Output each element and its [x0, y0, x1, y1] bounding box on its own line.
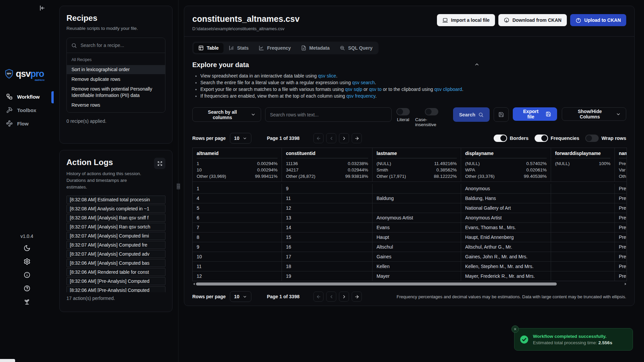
qsv-command-link[interactable]: qsv clipboard: [434, 87, 462, 92]
search-column-select[interactable]: Search by all columns: [192, 107, 261, 122]
recipe-item[interactable]: Remove rows with potential Personally Id…: [67, 85, 165, 100]
frequencies-toggle[interactable]: [535, 135, 548, 142]
literal-toggle[interactable]: [396, 108, 410, 115]
recipe-item[interactable]: Sort in lexicographical order: [67, 65, 165, 74]
action-logs-subtitle: History of actions during this session. …: [66, 170, 146, 191]
sidebar-item-flow[interactable]: Flow: [0, 117, 54, 130]
collapse-section-button[interactable]: [474, 62, 480, 68]
table-row: 1219MayerMayer, Frederick R., Mr. and Mr…: [193, 271, 627, 281]
sidebar-item-toolbox[interactable]: Toolbox: [0, 103, 54, 117]
rows-per-page-select[interactable]: 10: [230, 133, 252, 144]
page-indicator: Page 1 of 3398: [267, 294, 299, 299]
recipe-search-input[interactable]: [80, 42, 161, 48]
bullet-text: .: [462, 87, 463, 92]
info-button[interactable]: [23, 271, 31, 279]
tab-metadata[interactable]: Metadata: [296, 43, 335, 53]
import-local-file-button[interactable]: Import a local file: [437, 14, 495, 26]
table-cell: 15: [282, 232, 373, 242]
table-cell: [551, 262, 615, 271]
recipe-item[interactable]: Remove duplicate rows: [67, 75, 165, 84]
qsv-command-link[interactable]: qsv search: [352, 80, 375, 85]
explore-bullet: View spreadsheet data in an interactive …: [200, 72, 626, 79]
scrollbar-thumb[interactable]: [196, 282, 557, 286]
log-entry: [8:32:07 AM] [Analysis] Computed limi: [66, 232, 165, 240]
table-row: 613Anonymous ArtistAnonymous ArtistPre: [193, 213, 627, 223]
show-hide-columns-button[interactable]: Show/Hide Columns: [562, 107, 626, 121]
table-cell: Pre: [615, 203, 627, 213]
rows-per-page-select[interactable]: 10: [230, 291, 252, 302]
scroll-left-arrow[interactable]: [192, 282, 196, 286]
tab-table[interactable]: Table: [194, 43, 224, 53]
download-from-ckan-button[interactable]: Download from CKAN: [498, 14, 567, 26]
frequency-entry: Other (33,376)99.40538%: [465, 173, 547, 179]
recipe-item[interactable]: Reverse rows: [67, 101, 165, 110]
table-cell: [373, 184, 461, 193]
explore-title: Explore your data: [192, 61, 626, 69]
frequency-value: (NULL): [465, 160, 480, 167]
last-page-button[interactable]: [352, 133, 362, 143]
data-table: altnameid10.00294%100.00294%Other (33,96…: [192, 148, 627, 281]
panel-resize-handle[interactable]: [177, 183, 180, 190]
tab-stats[interactable]: Stats: [224, 43, 253, 53]
check-circle-icon: [520, 335, 529, 344]
table-cell: Pre: [615, 213, 627, 222]
wrap-rows-toggle[interactable]: [585, 135, 599, 142]
table-cell: 7: [193, 223, 282, 232]
frequency-entry: 100.00294%: [197, 167, 278, 173]
help-button[interactable]: [23, 285, 31, 293]
bullet-text: .: [336, 73, 337, 79]
table-cell: 14: [282, 223, 373, 232]
toast-close-button[interactable]: [511, 325, 519, 333]
sidebar-footer: v1.0.4: [0, 234, 54, 306]
settings-button[interactable]: [23, 258, 31, 266]
whats-new-button[interactable]: [23, 298, 31, 306]
dark-mode-button[interactable]: [23, 245, 31, 252]
prev-page-button[interactable]: [326, 292, 336, 302]
collapse-sidebar-button[interactable]: [38, 3, 47, 14]
frequency-percent: 99.93818%: [345, 173, 368, 179]
last-page-button[interactable]: [352, 292, 362, 302]
qsv-command-link[interactable]: qsv frequency: [346, 93, 375, 99]
tab-label: SQL Query: [348, 45, 373, 51]
frequency-percent: 11.49216%: [434, 160, 457, 167]
file-text-icon: [301, 45, 306, 51]
table-cell: Kellen: [373, 262, 461, 271]
save-search-button[interactable]: [494, 107, 509, 122]
page-indicator: Page 1 of 3398: [267, 136, 299, 141]
bullet-text: or to the clipboard using: [382, 87, 434, 92]
next-page-button[interactable]: [339, 292, 349, 302]
sidebar-item-workflow[interactable]: Workflow: [0, 90, 54, 103]
log-entry: [8:32:07 AM] [Analysis] Ran qsv sortch: [66, 223, 165, 231]
table-cell: Pre: [615, 262, 627, 271]
search-button[interactable]: Search: [453, 107, 490, 122]
chevron-left-icon: [329, 294, 334, 299]
toggle-label: Wrap rows: [601, 136, 626, 141]
borders-toggle[interactable]: [494, 135, 507, 142]
chevron-right-icon: [342, 136, 347, 141]
table-cell: Kellen, Stephen M., Mr. and Mrs.: [461, 262, 551, 271]
case-insensitive-toggle[interactable]: [425, 108, 438, 115]
qsv-command-link[interactable]: qsv to: [369, 87, 382, 92]
log-entry: [8:32:08 AM] [Analysis] Ran qsv sniff f: [66, 214, 165, 222]
frequency-value: Other (17,971): [377, 173, 406, 179]
explore-bullet: If frequencies are enabled, view them at…: [200, 93, 626, 99]
qsv-command-link[interactable]: qsv slice: [318, 73, 336, 79]
panel-divider: [178, 0, 179, 362]
first-page-button[interactable]: [313, 133, 324, 143]
export-file-button[interactable]: Export file: [513, 107, 557, 121]
expand-logs-button[interactable]: [154, 158, 165, 169]
table-row: 512National Gallery of ArtPre: [193, 203, 627, 213]
table-cell: [551, 232, 615, 242]
tab-sql-query[interactable]: SQL Query: [335, 43, 377, 53]
qsv-command-link[interactable]: qsv sqlp: [345, 87, 362, 92]
search-rows-input[interactable]: [265, 107, 392, 122]
upload-to-ckan-button[interactable]: Upload to CKAN: [570, 14, 626, 26]
first-page-button[interactable]: [313, 292, 324, 302]
sidebar-item-label: Workflow: [17, 94, 40, 100]
prev-page-button[interactable]: [326, 133, 336, 143]
tab-frequency[interactable]: Frequency: [254, 43, 296, 53]
scroll-right-arrow[interactable]: [624, 282, 627, 286]
bar-chart-icon: [229, 45, 234, 51]
next-page-button[interactable]: [339, 133, 349, 143]
chevron-right-icon: [342, 294, 347, 299]
